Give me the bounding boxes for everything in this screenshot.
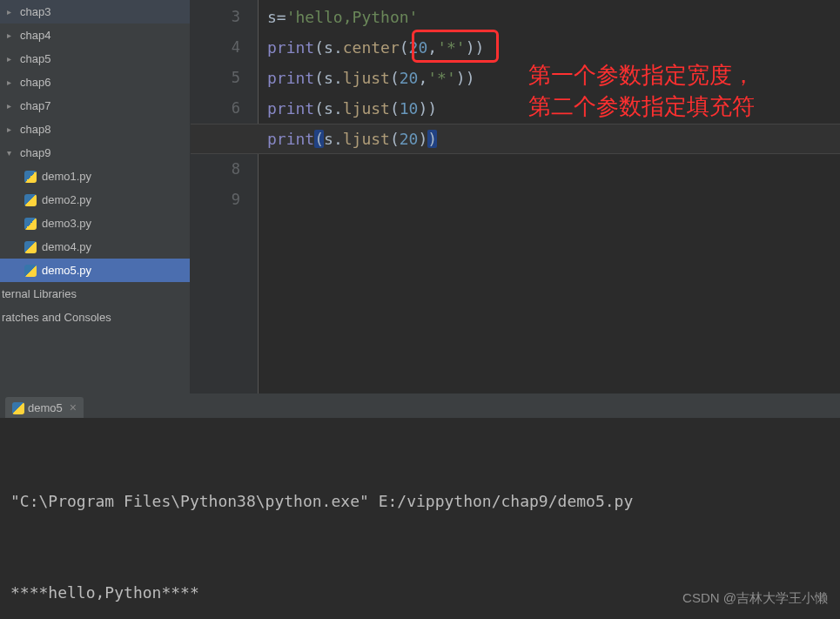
folder-label: chap6 bbox=[20, 76, 50, 89]
file-demo5[interactable]: demo5.py bbox=[0, 259, 190, 282]
file-demo3[interactable]: demo3.py bbox=[0, 212, 190, 235]
folder-chap4[interactable]: ▸chap4 bbox=[0, 24, 190, 47]
python-file-icon bbox=[24, 241, 37, 253]
code-line-4: print(s.center(20,'*')) bbox=[267, 32, 840, 63]
file-demo2[interactable]: demo2.py bbox=[0, 188, 190, 212]
chevron-down-icon: ▾ bbox=[7, 148, 16, 158]
external-libraries[interactable]: ternal Libraries bbox=[0, 282, 190, 306]
annotation-line1: 第一个参数指定宽度， bbox=[528, 59, 755, 91]
file-demo1[interactable]: demo1.py bbox=[0, 165, 190, 188]
run-tab-label: demo5 bbox=[28, 401, 63, 414]
folder-label: chap9 bbox=[20, 146, 50, 159]
chevron-right-icon: ▸ bbox=[7, 30, 16, 40]
python-file-icon bbox=[24, 265, 37, 277]
file-label: demo5.py bbox=[42, 264, 91, 277]
chevron-right-icon: ▸ bbox=[7, 101, 16, 111]
file-demo4[interactable]: demo4.py bbox=[0, 235, 190, 259]
console-cmd: "C:\Program Files\Python38\python.exe" E… bbox=[10, 486, 830, 516]
folder-label: chap5 bbox=[20, 52, 50, 65]
folder-label: chap7 bbox=[20, 99, 50, 112]
file-label: demo2.py bbox=[42, 193, 91, 206]
annotation-text: 第一个参数指定宽度， 第二个参数指定填充符 bbox=[528, 59, 755, 122]
editor-area: 3 4 5 6 7 8 9 s='hello,Python' print(s.c… bbox=[190, 0, 840, 394]
code-line-3: s='hello,Python' bbox=[267, 2, 840, 32]
folder-chap5[interactable]: ▸chap5 bbox=[0, 47, 190, 71]
tree-label: ratches and Consoles bbox=[2, 311, 111, 324]
line-number: 3 bbox=[190, 2, 240, 32]
folder-label: chap8 bbox=[20, 123, 50, 136]
console-output[interactable]: "C:\Program Files\Python38\python.exe" E… bbox=[0, 418, 840, 619]
python-file-icon bbox=[24, 171, 37, 183]
code-editor[interactable]: s='hello,Python' print(s.center(20,'*'))… bbox=[258, 0, 840, 394]
line-number: 8 bbox=[190, 154, 240, 185]
line-number: 5 bbox=[190, 63, 240, 93]
close-icon[interactable]: × bbox=[70, 400, 77, 414]
chevron-right-icon: ▸ bbox=[7, 77, 16, 87]
tree-label: ternal Libraries bbox=[2, 287, 77, 300]
file-label: demo3.py bbox=[42, 217, 91, 230]
python-file-icon bbox=[12, 402, 23, 413]
run-panel: demo5 × "C:\Program Files\Python38\pytho… bbox=[0, 394, 840, 619]
annotation-line2: 第二个参数指定填充符 bbox=[528, 91, 755, 122]
file-label: demo1.py bbox=[42, 170, 91, 183]
folder-chap8[interactable]: ▸chap8 bbox=[0, 118, 190, 141]
folder-label: chap4 bbox=[20, 29, 50, 42]
chevron-right-icon: ▸ bbox=[7, 7, 16, 17]
folder-chap3[interactable]: ▸chap3 bbox=[0, 0, 190, 24]
project-sidebar: ▸chap3 ▸chap4 ▸chap5 ▸chap6 ▸chap7 ▸chap… bbox=[0, 0, 190, 394]
code-line-7: print(s.ljust(20)) bbox=[267, 124, 840, 154]
scratches-consoles[interactable]: ratches and Consoles bbox=[0, 306, 190, 329]
line-number: 9 bbox=[190, 185, 240, 215]
python-file-icon bbox=[24, 218, 37, 230]
line-number-gutter: 3 4 5 6 7 8 9 bbox=[190, 0, 258, 394]
main-layout: ▸chap3 ▸chap4 ▸chap5 ▸chap6 ▸chap7 ▸chap… bbox=[0, 0, 840, 394]
chevron-right-icon: ▸ bbox=[7, 54, 16, 64]
run-tabs-bar: demo5 × bbox=[0, 394, 840, 418]
run-tab-demo5[interactable]: demo5 × bbox=[5, 397, 84, 418]
watermark: CSDN @吉林大学王小懒 bbox=[682, 590, 828, 607]
folder-chap6[interactable]: ▸chap6 bbox=[0, 71, 190, 94]
folder-chap7[interactable]: ▸chap7 bbox=[0, 94, 190, 118]
chevron-right-icon: ▸ bbox=[7, 124, 16, 134]
line-number: 6 bbox=[190, 93, 240, 124]
folder-chap9[interactable]: ▾chap9 bbox=[0, 141, 190, 165]
folder-label: chap3 bbox=[20, 5, 50, 18]
file-label: demo4.py bbox=[42, 240, 91, 253]
python-file-icon bbox=[24, 194, 37, 206]
line-number: 4 bbox=[190, 32, 240, 63]
